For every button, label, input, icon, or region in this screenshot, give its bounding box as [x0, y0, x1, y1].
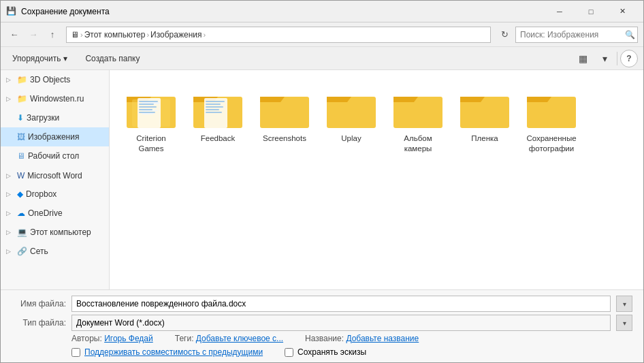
minimize-button[interactable]: ─ — [544, 1, 575, 22]
sidebar: ▷ 📁 3D Objects ▷ 📁 Windowsten.ru ⬇ Загру… — [1, 70, 110, 289]
back-button[interactable]: ← — [6, 27, 22, 43]
new-folder-label: Создать папку — [85, 54, 140, 63]
view-dropdown-button[interactable]: ▾ — [595, 50, 614, 67]
svg-rect-10 — [139, 104, 154, 105]
folder-label: Feedback — [201, 133, 236, 144]
sidebar-label: Изображения — [28, 132, 79, 142]
dropbox-icon: ◆ — [17, 189, 23, 199]
expand-icon: ▷ — [6, 229, 14, 236]
folder-icon-wrapper — [327, 87, 376, 131]
navigation-toolbar: ← → ↑ 🖥 › Этот компьютер › Изображения ›… — [1, 22, 643, 47]
title-section: Название: Добавьте название — [305, 334, 419, 343]
search-box[interactable]: 🔍 — [515, 27, 638, 43]
expand-icon: ▷ — [6, 76, 14, 83]
close-button[interactable]: ✕ — [607, 1, 638, 22]
network-icon: 🔗 — [17, 247, 27, 256]
onedrive-icon: ☁ — [17, 208, 25, 218]
filename-dropdown-button[interactable]: ▾ — [616, 296, 632, 312]
main-content: ▷ 📁 3D Objects ▷ 📁 Windowsten.ru ⬇ Загру… — [1, 70, 643, 289]
view-controls: ▦ ▾ ? — [573, 50, 638, 67]
download-icon: ⬇ — [17, 113, 24, 123]
sidebar-item-this-pc[interactable]: ▷ 💻 Этот компьютер — [1, 223, 109, 242]
thumbnails-checkbox[interactable] — [285, 348, 293, 357]
folder-icon: 📁 — [17, 94, 27, 104]
folder-svg-film — [460, 87, 509, 131]
title-link[interactable]: Добавьте название — [346, 334, 419, 343]
filename-input[interactable] — [71, 296, 611, 312]
svg-rect-13 — [139, 112, 155, 113]
svg-rect-20 — [206, 109, 219, 110]
folder-item-saved-photos[interactable]: Сохраненные фотографии — [521, 81, 582, 160]
window-icon: 💾 — [6, 6, 17, 17]
svg-marker-31 — [527, 97, 551, 102]
title-bar: 💾 Сохранение документа ─ □ ✕ — [1, 1, 643, 22]
sidebar-label: Сеть — [30, 247, 48, 256]
sidebar-label: Рабочий стол — [28, 151, 79, 161]
command-bar: Упорядочить ▾ Создать папку ▦ ▾ ? — [1, 47, 643, 70]
sidebar-item-desktop[interactable]: 🖥 Рабочий стол — [1, 146, 109, 165]
folder-label: Criterion Games — [124, 133, 178, 154]
new-folder-button[interactable]: Создать папку — [79, 50, 146, 67]
filetype-label: Тип файла: — [12, 318, 66, 328]
folder-item-feedback[interactable]: Feedback — [187, 81, 248, 160]
tags-section: Теги: Добавьте ключевое с... — [175, 334, 283, 343]
help-button[interactable]: ? — [620, 50, 638, 67]
svg-rect-9 — [139, 101, 158, 102]
sidebar-item-onedrive[interactable]: ▷ ☁ OneDrive — [1, 204, 109, 223]
forward-button[interactable]: → — [25, 27, 42, 43]
window-title: Сохранение документа — [21, 7, 544, 16]
folder-item-uplay[interactable]: Uplay — [321, 81, 382, 160]
sidebar-item-images[interactable]: 🖼 Изображения — [1, 127, 109, 146]
options-row: Поддерживать совместимость с предыдущими… — [12, 347, 632, 357]
sidebar-item-network[interactable]: ▷ 🔗 Сеть — [1, 242, 109, 261]
sidebar-item-windowsten[interactable]: ▷ 📁 Windowsten.ru — [1, 89, 109, 108]
sidebar-item-downloads[interactable]: ⬇ Загрузки — [1, 108, 109, 127]
maximize-button[interactable]: □ — [575, 1, 607, 22]
breadcrumb-part-1: Этот компьютер — [84, 30, 146, 40]
help-icon: ? — [626, 54, 631, 63]
folder-icon-wrapper — [193, 87, 242, 131]
svg-rect-11 — [139, 106, 157, 108]
organize-chevron-icon: ▾ — [63, 54, 67, 63]
sidebar-label: Microsoft Word — [27, 171, 82, 180]
svg-rect-21 — [206, 112, 222, 113]
authors-value-text: Игорь Федай — [104, 334, 153, 343]
svg-marker-23 — [260, 97, 285, 102]
folder-icon: 📁 — [17, 75, 27, 84]
search-icon: 🔍 — [625, 30, 635, 40]
sidebar-item-3d-objects[interactable]: ▷ 📁 3D Objects — [1, 70, 109, 89]
folder-item-camera-roll[interactable]: Альбом камеры — [387, 81, 449, 160]
breadcrumb-icon: 🖥 — [71, 30, 79, 40]
search-input[interactable] — [520, 30, 622, 40]
folder-icon-wrapper — [527, 87, 576, 131]
folder-item-criterion-games[interactable]: Criterion Games — [120, 81, 182, 160]
thumbnails-label: Сохранять эскизы — [297, 347, 366, 357]
sidebar-item-dropbox[interactable]: ▷ ◆ Dropbox — [1, 185, 109, 204]
refresh-button[interactable]: ↻ — [496, 27, 513, 43]
expand-icon: ▷ — [6, 191, 14, 198]
separator — [617, 52, 617, 65]
folder-svg-criterion — [127, 87, 176, 131]
organize-button[interactable]: Упорядочить ▾ — [6, 50, 74, 67]
sidebar-label: 3D Objects — [30, 75, 70, 84]
expand-icon — [6, 153, 14, 159]
title-bar-controls: ─ □ ✕ — [544, 1, 638, 22]
folder-item-screenshots[interactable]: Screenshots — [254, 81, 315, 160]
tags-link[interactable]: Добавьте ключевое с... — [196, 334, 283, 343]
save-document-window: 💾 Сохранение документа ─ □ ✕ ← → ↑ 🖥 › Э… — [0, 0, 644, 363]
breadcrumb: 🖥 › Этот компьютер › Изображения › — [71, 30, 206, 40]
compat-checkbox[interactable] — [71, 348, 80, 357]
sidebar-label: Dropbox — [26, 189, 57, 199]
sidebar-label: OneDrive — [28, 208, 63, 218]
folder-item-film[interactable]: Пленка — [454, 81, 515, 160]
filetype-input[interactable] — [71, 315, 611, 331]
up-button[interactable]: ↑ — [44, 27, 61, 43]
address-bar[interactable]: 🖥 › Этот компьютер › Изображения › — [66, 27, 491, 43]
folder-icon-wrapper — [393, 87, 442, 131]
filetype-dropdown-button[interactable]: ▾ — [616, 315, 632, 331]
expand-icon — [6, 133, 14, 140]
sidebar-item-ms-word[interactable]: ▷ W Microsoft Word — [1, 165, 109, 185]
folder-icon-wrapper — [127, 87, 176, 131]
bottom-panel: Имя файла: ▾ Тип файла: ▾ Авторы: Игорь … — [1, 289, 643, 362]
view-mode-button[interactable]: ▦ — [573, 50, 592, 67]
